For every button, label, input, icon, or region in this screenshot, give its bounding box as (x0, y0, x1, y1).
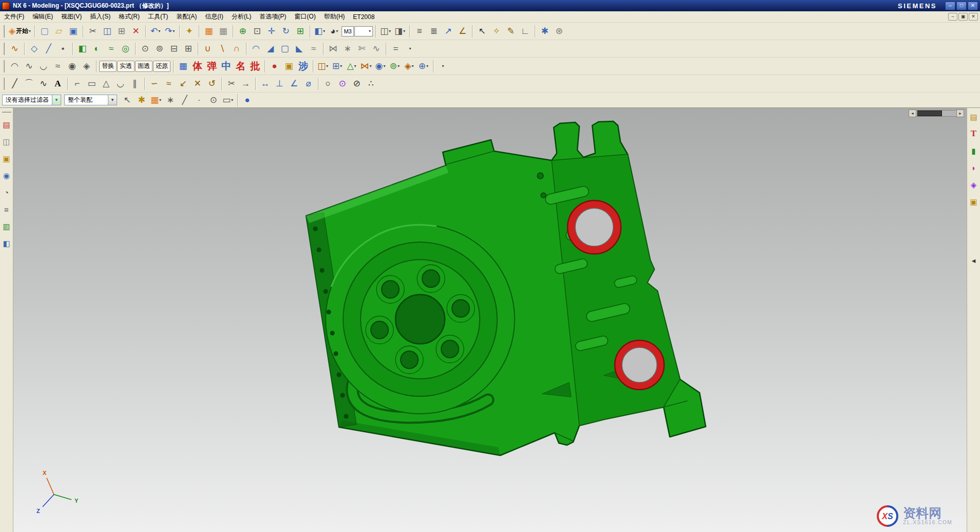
point-on-curve-button[interactable]: ∴ (364, 77, 378, 90)
line-button[interactable]: ╱ (8, 77, 22, 90)
circle-button[interactable]: ○ (321, 77, 335, 90)
springback-button[interactable]: 弹 (205, 59, 219, 73)
scrollbar-track[interactable] (916, 110, 956, 117)
maximize-button[interactable]: □ (956, 2, 967, 10)
concentric-button[interactable]: ⊙ (335, 77, 349, 90)
dock-palette-icon[interactable]: ▥ (1, 221, 12, 232)
m3-button[interactable]: M3 (342, 26, 354, 36)
minimize-button[interactable]: – (945, 2, 955, 10)
assembly-explode-button[interactable]: ◈▾ (402, 59, 416, 73)
dock-gradient-icon[interactable]: ◧ (1, 237, 12, 249)
dock-list-icon[interactable]: ≡ (1, 204, 12, 215)
menu-edit[interactable]: 编辑(E) (28, 11, 57, 23)
center-mark-button[interactable]: 中 (219, 59, 233, 73)
paste-button[interactable]: ⊞ (115, 24, 128, 38)
sketch-button[interactable]: ∿ (8, 42, 22, 56)
assembly-sequence-button[interactable]: ⊕▾ (417, 59, 430, 73)
expression-button[interactable]: = (389, 42, 403, 56)
model-center-hole[interactable] (395, 295, 445, 344)
batch-button[interactable]: 批 (248, 59, 262, 73)
face-translucency-button[interactable]: 面透 (135, 61, 153, 72)
mdi-restore-button[interactable]: ▣ (958, 13, 968, 21)
mdi-minimize-button[interactable]: – (948, 13, 957, 21)
tile-window-button[interactable]: ◨▾ (393, 24, 407, 38)
hole-button[interactable]: ⊙ (138, 42, 152, 56)
face-grid-button[interactable]: ▦ (176, 59, 190, 73)
snap-end-button[interactable]: ╱ (178, 93, 192, 107)
boss-button[interactable]: ⊚ (153, 42, 166, 56)
revolve-button[interactable]: ◐ (90, 42, 104, 56)
intersect-button[interactable]: ∩ (230, 42, 243, 56)
menu-view[interactable]: 视图(V) (57, 11, 86, 23)
snap-point-button[interactable]: ∗ (163, 93, 177, 107)
rotate-view-button[interactable]: ↻ (279, 24, 293, 38)
curve-analysis-button[interactable]: ∿ (22, 59, 36, 73)
studio-spline-button[interactable]: ∽ (147, 77, 161, 90)
snap-settings-button[interactable]: ⊛ (552, 24, 566, 38)
scroll-left-button[interactable]: ◄ (909, 109, 916, 117)
spline-button[interactable]: ∿ (36, 77, 50, 90)
arc-button[interactable]: ⌒ (22, 77, 36, 90)
snap-center-button[interactable]: ⊙ (206, 93, 220, 107)
reflection-analysis-button[interactable]: ≈ (51, 59, 65, 73)
sew-button[interactable]: ∿ (369, 42, 383, 56)
general-selection-button[interactable]: ↖ (120, 93, 134, 107)
assembly-constraints-button[interactable]: △▾ (345, 59, 359, 73)
close-button[interactable]: ✕ (968, 2, 978, 10)
shell-button[interactable]: ▢ (278, 42, 292, 56)
web-browser-icon[interactable]: ◈ (968, 179, 979, 190)
layer-visible-button[interactable]: ≣ (427, 24, 441, 38)
part-navigator-icon[interactable]: T (968, 128, 979, 139)
toolbar-grip[interactable] (3, 43, 6, 55)
save-button[interactable]: ▣ (66, 24, 80, 38)
section-view-button[interactable]: ◠ (8, 59, 22, 73)
angle-button[interactable]: ∠ (287, 77, 301, 90)
draft-button[interactable]: ◣ (292, 42, 306, 56)
menu-assemblies[interactable]: 装配(A) (172, 11, 201, 23)
graphics-viewport[interactable]: X Y Z ◄ ► XS (13, 108, 967, 532)
history-icon[interactable]: ▣ (968, 196, 979, 207)
profile-button[interactable]: ⌐ (70, 77, 84, 90)
rectangle-button[interactable]: ▭ (85, 77, 99, 90)
intersection-curve-button[interactable]: ✕ (191, 77, 204, 90)
highlight-button[interactable]: ✱ (135, 93, 148, 107)
more-commands-button[interactable]: ▾ (403, 42, 417, 56)
toolbar-grip[interactable] (2, 111, 11, 113)
toolbar-grip[interactable] (3, 25, 6, 38)
rectangle-select-button[interactable]: ▭▾ (221, 93, 235, 107)
show-body-button[interactable]: 体 (191, 59, 204, 73)
dock-template-icon[interactable]: ▤ (1, 119, 12, 130)
perpendicular-button[interactable]: ⊥ (273, 77, 287, 90)
menu-window[interactable]: 窗口(O) (290, 11, 319, 23)
datum-display-button[interactable]: ↗ (441, 24, 455, 38)
assembly-navigator-icon[interactable]: ▤ (968, 111, 979, 122)
annotate-button[interactable]: ✎ (504, 24, 518, 38)
dock-target-icon[interactable]: ◉ (1, 170, 12, 181)
fillet-curve-button[interactable]: ◡ (114, 77, 127, 90)
fit-view-button[interactable]: ⊞ (293, 24, 307, 38)
combo-arrow-icon[interactable]: ▼ (52, 95, 61, 105)
unite-button[interactable]: ∪ (201, 42, 215, 56)
select-cursor-button[interactable]: ↖ (475, 24, 489, 38)
assembly-open-button[interactable]: ⊞▾ (330, 59, 344, 73)
text-button[interactable]: A (51, 77, 65, 90)
face-analysis-button[interactable]: ◡ (36, 59, 50, 73)
polygon-button[interactable]: △ (99, 77, 113, 90)
name-display-button[interactable]: 名 (234, 59, 248, 73)
fit-curve-button[interactable]: ≈ (162, 77, 176, 90)
model-red-hole-top[interactable] (568, 200, 621, 254)
menu-preferences[interactable]: 首选项(P) (255, 11, 290, 23)
menu-file[interactable]: 文件(F) (0, 11, 28, 23)
rendering-style-button[interactable]: ◕▾ (327, 24, 341, 38)
new-file-button[interactable]: ▢ (37, 24, 51, 38)
zoom-window-button[interactable]: ⊡ (250, 24, 264, 38)
shaded-ball-button[interactable]: ● (240, 93, 254, 107)
trim-body-button[interactable]: ✄ (355, 42, 369, 56)
scrollbar-thumb[interactable] (917, 111, 942, 116)
thread-button[interactable]: ≈ (307, 42, 321, 56)
model-canvas[interactable]: X Y Z (13, 108, 967, 532)
toolbar-grip[interactable] (3, 60, 6, 72)
undo-button[interactable]: ↶▾ (148, 24, 162, 38)
diameter-button[interactable]: ⌀ (301, 77, 315, 90)
reuse-library-icon[interactable]: ▮ (968, 145, 979, 156)
